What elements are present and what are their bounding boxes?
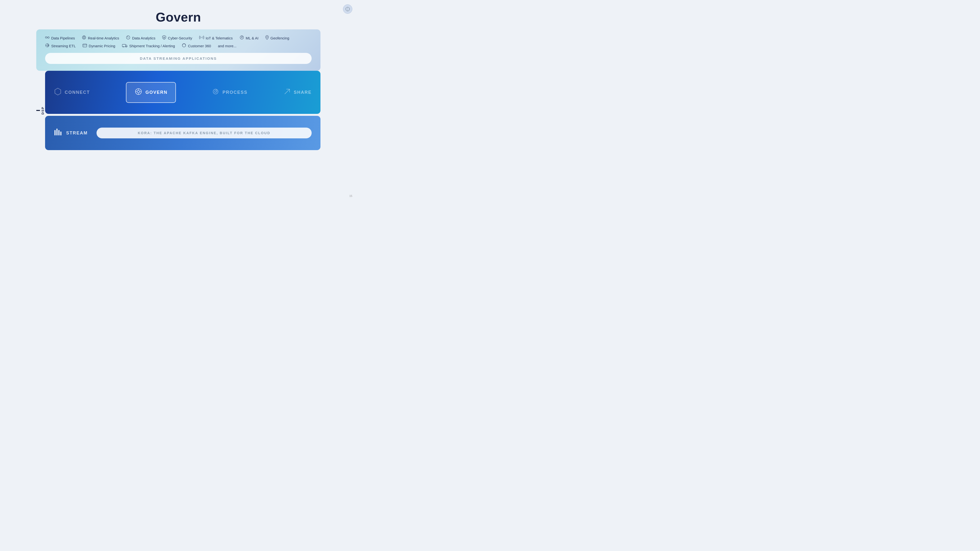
- app-tag-geofencing: Geofencing: [265, 35, 290, 41]
- data-analytics-icon: [126, 35, 130, 41]
- nav-item-share[interactable]: SHARE: [283, 88, 312, 97]
- app-tag-data-pipelines-label: Data Pipelines: [51, 36, 75, 40]
- apps-tags: Data Pipelines Real-time Analytics Data …: [45, 35, 312, 49]
- svg-rect-45: [56, 129, 57, 135]
- realtime-analytics-icon: [82, 35, 86, 41]
- svg-line-41: [285, 89, 290, 94]
- app-tag-ml-ai: ML & AI: [240, 35, 258, 41]
- govern-icon: [134, 87, 143, 97]
- dsp-content: CONNECT GOVERN: [45, 71, 320, 150]
- svg-rect-8: [48, 37, 49, 38]
- nav-item-connect-label: CONNECT: [65, 90, 90, 95]
- app-tag-data-analytics: Data Analytics: [126, 35, 155, 41]
- svg-point-18: [201, 37, 202, 38]
- nav-item-govern[interactable]: GOVERN: [126, 82, 176, 103]
- svg-rect-16: [164, 37, 165, 38]
- app-tag-ml-ai-label: ML & AI: [246, 36, 258, 40]
- stream-label-area: STREAM: [54, 128, 88, 138]
- cyber-security-icon: [162, 35, 166, 41]
- dsp-label-area: DSP: [36, 71, 45, 150]
- process-icon: [212, 88, 220, 97]
- svg-marker-32: [55, 88, 61, 95]
- svg-point-23: [267, 37, 267, 38]
- connect-icon: [54, 88, 62, 97]
- svg-point-34: [137, 91, 140, 93]
- app-tag-dynamic-pricing-label: Dynamic Pricing: [89, 44, 115, 48]
- dsp-nav-card: CONNECT GOVERN: [45, 71, 320, 114]
- app-tag-customer360-label: Customer 360: [188, 44, 211, 48]
- app-tag-dynamic-pricing: Dynamic Pricing: [83, 43, 115, 49]
- dsp-label: DSP: [41, 106, 45, 114]
- svg-point-31: [182, 44, 186, 47]
- page-number: 15: [349, 194, 352, 197]
- dsp-bracket: [36, 110, 40, 111]
- svg-rect-28: [122, 44, 126, 47]
- applications-banner: DATA STREAMING APPLICATIONS: [45, 53, 312, 64]
- app-tag-data-analytics-label: Data Analytics: [132, 36, 155, 40]
- app-tag-cyber-security: Cyber-Security: [162, 35, 192, 41]
- data-pipelines-icon: [45, 36, 49, 40]
- app-tag-data-pipelines: Data Pipelines: [45, 35, 75, 41]
- app-tag-iot-telematics: IoT & Telematics: [199, 35, 233, 41]
- svg-rect-46: [58, 130, 59, 135]
- customer360-icon: [182, 43, 186, 49]
- svg-rect-44: [54, 130, 56, 135]
- svg-point-40: [215, 91, 216, 92]
- shipment-tracking-icon: [122, 43, 127, 48]
- dsp-section: DSP CONNECT: [36, 71, 320, 150]
- app-tag-streaming-etl: Streaming ETL: [45, 43, 76, 49]
- svg-rect-25: [83, 44, 87, 47]
- stream-label-text: STREAM: [66, 130, 88, 136]
- nav-item-process-label: PROCESS: [223, 90, 247, 95]
- compass-icon: [345, 6, 350, 11]
- nav-item-govern-label: GOVERN: [146, 90, 167, 95]
- app-tag-and-more: and more...: [218, 43, 236, 49]
- page-title: Govern: [0, 0, 357, 24]
- stream-bars-icon: [54, 128, 63, 138]
- main-container: Data Pipelines Real-time Analytics Data …: [36, 29, 320, 150]
- app-tag-realtime-analytics: Real-time Analytics: [82, 35, 119, 41]
- share-icon: [283, 88, 291, 97]
- compass-icon-button[interactable]: [343, 5, 352, 14]
- svg-rect-47: [60, 132, 62, 135]
- app-tag-shipment-tracking: Shipment Tracking / Alerting: [122, 43, 175, 49]
- dynamic-pricing-icon: [83, 43, 87, 48]
- streaming-etl-icon: [45, 43, 49, 49]
- svg-point-27: [84, 46, 84, 46]
- app-tag-streaming-etl-label: Streaming ETL: [51, 44, 76, 48]
- app-tag-shipment-tracking-label: Shipment Tracking / Alerting: [129, 44, 175, 48]
- applications-card: Data Pipelines Real-time Analytics Data …: [36, 29, 320, 71]
- ml-ai-icon: [240, 35, 244, 41]
- svg-marker-5: [347, 8, 348, 9]
- nav-item-connect[interactable]: CONNECT: [54, 88, 90, 97]
- nav-item-share-label: SHARE: [294, 90, 312, 95]
- svg-point-39: [213, 89, 218, 94]
- iot-telematics-icon: [199, 35, 204, 40]
- svg-line-15: [127, 36, 128, 37]
- svg-rect-7: [45, 37, 47, 38]
- stream-banner: KORA: THE APACHE KAFKA ENGINE, BUILT FOR…: [97, 128, 312, 138]
- geofencing-icon: [265, 35, 269, 41]
- svg-point-10: [82, 36, 86, 39]
- svg-marker-6: [347, 9, 348, 10]
- nav-item-process[interactable]: PROCESS: [212, 88, 247, 97]
- stream-card: STREAM KORA: THE APACHE KAFKA ENGINE, BU…: [45, 116, 320, 150]
- app-tag-and-more-label: and more...: [218, 44, 236, 48]
- app-tag-realtime-analytics-label: Real-time Analytics: [88, 36, 119, 40]
- app-tag-cyber-security-label: Cyber-Security: [168, 36, 192, 40]
- svg-point-20: [241, 37, 242, 38]
- svg-line-22: [242, 37, 243, 37]
- svg-point-11: [83, 37, 85, 38]
- app-tag-iot-telematics-label: IoT & Telematics: [206, 36, 233, 40]
- app-tag-geofencing-label: Geofencing: [270, 36, 290, 40]
- app-tag-customer360: Customer 360: [182, 43, 211, 49]
